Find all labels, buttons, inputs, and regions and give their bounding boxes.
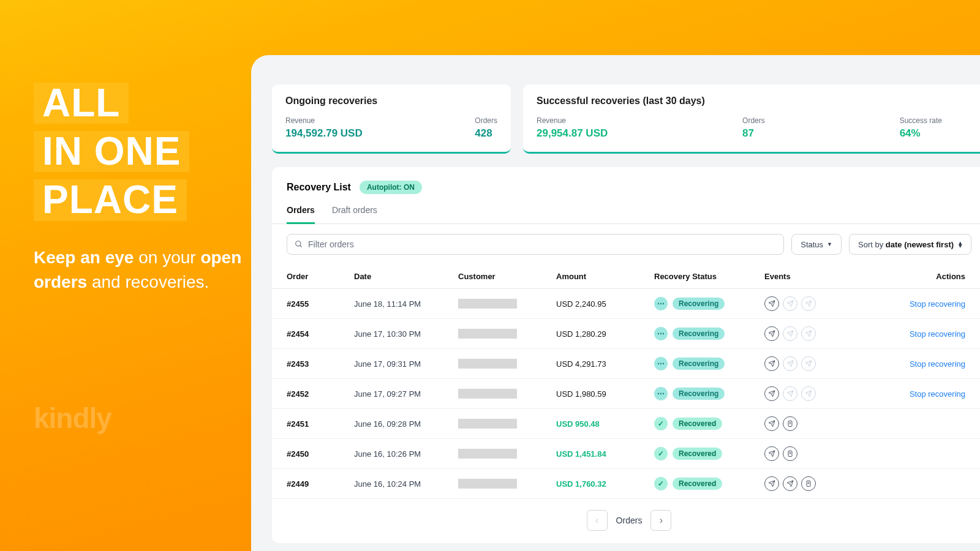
customer-placeholder bbox=[458, 359, 517, 369]
tab-orders[interactable]: Orders bbox=[287, 205, 315, 224]
status-badge: Recovering bbox=[673, 328, 725, 340]
order-date: June 16, 10:24 PM bbox=[354, 479, 458, 489]
status-badge: Recovered bbox=[673, 448, 722, 460]
customer-cell bbox=[458, 359, 556, 369]
next-page-button[interactable]: › bbox=[650, 510, 671, 531]
svg-line-1 bbox=[300, 246, 302, 247]
recovery-status: ✓Recovered bbox=[654, 447, 764, 460]
table-row[interactable]: #2449June 16, 10:24 PMUSD 1,760.32✓Recov… bbox=[272, 469, 980, 499]
app-window: Ongoing recoveries Revenue194,592.79 USD… bbox=[251, 55, 980, 551]
success-orders-value: 87 bbox=[742, 127, 765, 140]
stop-recovering-link[interactable]: Stop recovering bbox=[850, 299, 971, 309]
ellipsis-icon: ⋯ bbox=[654, 297, 668, 310]
customer-placeholder bbox=[458, 479, 517, 489]
document-icon bbox=[801, 476, 816, 491]
events-cell bbox=[764, 476, 850, 491]
stop-recovering-link[interactable]: Stop recovering bbox=[850, 359, 971, 369]
table-header: Order Date Customer Amount Recovery Stat… bbox=[272, 264, 980, 289]
success-revenue-value: 29,954.87 USD bbox=[537, 127, 608, 140]
chevron-down-icon: ▼ bbox=[827, 241, 832, 247]
recovery-status: ⋯Recovering bbox=[654, 327, 764, 340]
customer-cell bbox=[458, 479, 556, 489]
promo-line1: ALL bbox=[42, 81, 120, 125]
orders-table: Order Date Customer Amount Recovery Stat… bbox=[272, 264, 980, 499]
ongoing-recoveries-card: Ongoing recoveries Revenue194,592.79 USD… bbox=[272, 84, 511, 154]
order-id: #2455 bbox=[287, 299, 354, 309]
document-icon bbox=[783, 416, 797, 431]
ellipsis-icon: ⋯ bbox=[654, 387, 668, 400]
promo-line3: PLACE bbox=[42, 178, 178, 222]
order-amount: USD 1,451.84 bbox=[556, 449, 654, 459]
sort-icon: ▴▾ bbox=[959, 241, 962, 248]
ongoing-revenue-value: 194,592.79 USD bbox=[285, 127, 363, 140]
customer-placeholder bbox=[458, 299, 517, 309]
order-amount: USD 4,291.73 bbox=[556, 359, 654, 369]
status-badge: Recovering bbox=[673, 358, 725, 370]
metric-label: Orders bbox=[742, 116, 765, 125]
send-icon bbox=[783, 476, 797, 491]
order-amount: USD 1,980.59 bbox=[556, 389, 654, 399]
send-icon bbox=[783, 296, 797, 311]
filter-orders-field[interactable] bbox=[308, 239, 776, 249]
table-row[interactable]: #2450June 16, 10:26 PMUSD 1,451.84✓Recov… bbox=[272, 439, 980, 469]
metric-label: Success rate bbox=[900, 116, 942, 125]
recovery-list-panel: Recovery List Autopilot: ON Orders Draft… bbox=[272, 167, 980, 543]
status-badge: Recovered bbox=[673, 418, 722, 430]
stop-recovering-link[interactable]: Stop recovering bbox=[850, 389, 971, 399]
send-icon bbox=[783, 326, 797, 341]
promo-line2: IN ONE bbox=[42, 129, 181, 173]
status-badge: Recovering bbox=[673, 388, 725, 400]
metric-label: Revenue bbox=[285, 116, 363, 125]
metric-label: Revenue bbox=[537, 116, 608, 125]
order-id: #2453 bbox=[287, 359, 354, 369]
send-icon bbox=[764, 356, 779, 371]
events-cell bbox=[764, 296, 850, 311]
customer-placeholder bbox=[458, 389, 517, 399]
table-row[interactable]: #2451June 16, 09:28 PMUSD 950.48✓Recover… bbox=[272, 409, 980, 439]
status-badge: Recovered bbox=[673, 478, 722, 490]
customer-cell bbox=[458, 419, 556, 429]
document-icon bbox=[783, 446, 797, 461]
stop-recovering-link[interactable]: Stop recovering bbox=[850, 329, 971, 339]
customer-placeholder bbox=[458, 419, 517, 429]
check-icon: ✓ bbox=[654, 417, 668, 430]
ongoing-orders-value: 428 bbox=[475, 127, 497, 140]
table-row[interactable]: #2453June 17, 09:31 PMUSD 4,291.73⋯Recov… bbox=[272, 349, 980, 379]
order-id: #2450 bbox=[287, 449, 354, 459]
tab-draft-orders[interactable]: Draft orders bbox=[332, 205, 377, 223]
order-amount: USD 1,280.29 bbox=[556, 329, 654, 339]
table-row[interactable]: #2452June 17, 09:27 PMUSD 1,980.59⋯Recov… bbox=[272, 379, 980, 409]
card-title: Ongoing recoveries bbox=[285, 96, 497, 107]
card-title: Successful recoveries (last 30 days) bbox=[537, 96, 973, 107]
send-icon bbox=[764, 386, 779, 401]
send-icon bbox=[764, 476, 779, 491]
brand-logo: kindly bbox=[34, 402, 111, 435]
pagination: ‹ Orders › bbox=[272, 499, 980, 531]
status-filter-button[interactable]: Status▼ bbox=[791, 234, 842, 255]
filter-orders-input[interactable] bbox=[287, 234, 784, 255]
order-amount: USD 2,240.95 bbox=[556, 299, 654, 309]
order-date: June 17, 10:30 PM bbox=[354, 329, 458, 339]
success-rate-value: 64% bbox=[900, 127, 942, 140]
customer-cell bbox=[458, 449, 556, 459]
send-icon bbox=[801, 296, 816, 311]
events-cell bbox=[764, 386, 850, 401]
send-icon bbox=[764, 416, 779, 431]
send-icon bbox=[764, 326, 779, 341]
metric-label: Orders bbox=[475, 116, 497, 125]
prev-page-button[interactable]: ‹ bbox=[587, 510, 608, 531]
events-cell bbox=[764, 446, 850, 461]
promo-highlight: ALL bbox=[34, 83, 129, 124]
order-date: June 17, 09:31 PM bbox=[354, 359, 458, 369]
sort-button[interactable]: Sort by date (newest first)▴▾ bbox=[849, 234, 971, 255]
recovery-status: ⋯Recovering bbox=[654, 387, 764, 400]
table-row[interactable]: #2454June 17, 10:30 PMUSD 1,280.29⋯Recov… bbox=[272, 319, 980, 349]
table-row[interactable]: #2455June 18, 11:14 PMUSD 2,240.95⋯Recov… bbox=[272, 289, 980, 319]
status-badge: Recovering bbox=[673, 298, 725, 310]
send-icon bbox=[801, 326, 816, 341]
promo-highlight: PLACE bbox=[34, 179, 187, 220]
send-icon bbox=[801, 386, 816, 401]
order-amount: USD 950.48 bbox=[556, 419, 654, 429]
send-icon bbox=[764, 296, 779, 311]
search-icon bbox=[295, 240, 303, 249]
